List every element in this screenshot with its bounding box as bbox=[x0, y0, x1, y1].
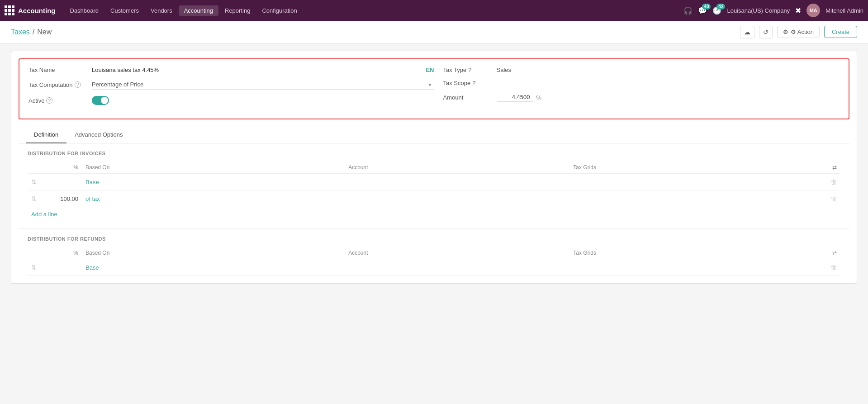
tax-computation-row: Tax Computation ? Fixed Percentage of Pr… bbox=[28, 80, 434, 90]
settings-icon-button[interactable]: ✖ bbox=[795, 6, 801, 15]
breadcrumb-separator: / bbox=[33, 28, 34, 36]
drag-handle-icon[interactable]: ⇅ bbox=[31, 195, 37, 202]
action-label: ⚙ Action bbox=[791, 29, 814, 35]
main-content: Tax Name Louisana sales tax 4.45% EN Tax… bbox=[0, 43, 868, 291]
action-button[interactable]: ⚙ ⚙ Action bbox=[777, 26, 820, 38]
topnav-right: 🎧 💬 40 🕐 42 Louisana(US) Company ✖ MA Mi… bbox=[683, 4, 863, 17]
tab-advanced-options[interactable]: Advanced Options bbox=[66, 127, 131, 143]
menu-dashboard[interactable]: Dashboard bbox=[65, 5, 104, 16]
row2-delete[interactable]: 🗑 bbox=[822, 190, 840, 207]
language-badge[interactable]: EN bbox=[426, 67, 434, 73]
refrow1-percent[interactable] bbox=[46, 259, 82, 276]
col-based-on: Based On bbox=[82, 247, 345, 259]
tab-definition-content: DISTRIBUTION FOR INVOICES % Based On Acc… bbox=[11, 143, 857, 283]
drag-handle-icon[interactable]: ⇅ bbox=[31, 264, 37, 271]
tax-scope-help-icon[interactable]: ? bbox=[472, 80, 475, 86]
tax-computation-label: Tax Computation ? bbox=[28, 81, 92, 88]
invoices-table-header-row: % Based On Account Tax Grids ⇄ bbox=[28, 162, 840, 174]
row1-delete[interactable]: 🗑 bbox=[822, 174, 840, 190]
table-row: ⇅ Base 🗑 bbox=[28, 259, 840, 276]
delete-icon[interactable]: 🗑 bbox=[830, 264, 837, 271]
top-menu: Dashboard Customers Vendors Accounting R… bbox=[65, 5, 684, 16]
create-button[interactable]: Create bbox=[824, 26, 857, 38]
refunds-section: DISTRIBUTION FOR REFUNDS % Based On Acco… bbox=[11, 229, 857, 283]
row2-percent[interactable]: 100.00 bbox=[46, 190, 82, 207]
filter-icon[interactable]: ⇄ bbox=[832, 250, 837, 256]
tax-computation-select-wrapper: Fixed Percentage of Price Percentage of … bbox=[92, 80, 434, 90]
breadcrumb-current: New bbox=[37, 28, 52, 36]
row2-tax-grids[interactable] bbox=[569, 190, 822, 207]
tax-type-label: Tax Type ? bbox=[443, 67, 493, 73]
col-drag bbox=[28, 162, 46, 174]
tax-form-header: Tax Name Louisana sales tax 4.45% EN Tax… bbox=[19, 58, 849, 119]
menu-reporting[interactable]: Reporting bbox=[219, 5, 256, 16]
refrow1-delete[interactable]: 🗑 bbox=[822, 259, 840, 276]
clock-button[interactable]: 🕐 42 bbox=[712, 6, 721, 15]
refrow1-tax-grids[interactable] bbox=[569, 259, 822, 276]
row1-account[interactable] bbox=[345, 174, 569, 190]
support-icon-button[interactable]: 🎧 bbox=[683, 6, 693, 15]
clock-badge: 42 bbox=[716, 4, 725, 10]
col-filter: ⇄ bbox=[822, 247, 840, 259]
table-row: ⇅ Base 🗑 bbox=[28, 174, 840, 190]
row1-percent[interactable] bbox=[46, 174, 82, 190]
upload-button[interactable]: ☁ bbox=[740, 26, 754, 38]
invoices-section: DISTRIBUTION FOR INVOICES % Based On Acc… bbox=[11, 143, 857, 228]
chat-badge: 40 bbox=[702, 4, 711, 10]
row2-account[interactable] bbox=[345, 190, 569, 207]
menu-accounting[interactable]: Accounting bbox=[179, 5, 218, 16]
tax-computation-help-icon[interactable]: ? bbox=[75, 81, 81, 88]
company-name: Louisana(US) Company bbox=[727, 7, 790, 14]
active-label: Active ? bbox=[28, 97, 92, 104]
row2-drag[interactable]: ⇅ bbox=[28, 190, 46, 207]
tax-computation-select[interactable]: Fixed Percentage of Price Percentage of … bbox=[92, 80, 434, 90]
amount-value[interactable]: 4.4500 bbox=[497, 93, 533, 102]
tax-name-row: Tax Name Louisana sales tax 4.45% EN bbox=[28, 67, 434, 73]
tax-scope-row: Tax Scope ? bbox=[443, 80, 840, 86]
col-percent: % bbox=[46, 162, 82, 174]
row1-tax-grids[interactable] bbox=[569, 174, 822, 190]
refrow1-drag[interactable]: ⇅ bbox=[28, 259, 46, 276]
row1-based-on[interactable]: Base bbox=[82, 174, 345, 190]
invoices-add-line[interactable]: Add a line bbox=[28, 207, 61, 221]
filter-icon[interactable]: ⇄ bbox=[832, 164, 837, 171]
app-name: Accounting bbox=[18, 7, 56, 14]
col-percent: % bbox=[46, 247, 82, 259]
row2-based-on[interactable]: of tax bbox=[82, 190, 345, 207]
col-tax-grids: Tax Grids bbox=[569, 162, 822, 174]
active-help-icon[interactable]: ? bbox=[46, 97, 52, 104]
col-account: Account bbox=[345, 247, 569, 259]
tax-name-value[interactable]: Louisana sales tax 4.45% bbox=[92, 67, 426, 73]
grid-icon bbox=[5, 5, 14, 15]
tax-type-help-icon[interactable]: ? bbox=[468, 67, 471, 73]
menu-customers[interactable]: Customers bbox=[105, 5, 144, 16]
amount-label: Amount bbox=[443, 94, 493, 101]
row1-drag[interactable]: ⇅ bbox=[28, 174, 46, 190]
delete-icon[interactable]: 🗑 bbox=[830, 195, 837, 202]
breadcrumb-parent[interactable]: Taxes bbox=[11, 28, 30, 36]
col-account: Account bbox=[345, 162, 569, 174]
amount-unit: % bbox=[536, 94, 542, 101]
tabs-bar: Definition Advanced Options bbox=[19, 127, 849, 143]
subheader-actions: ☁ ↺ ⚙ ⚙ Action Create bbox=[740, 26, 857, 38]
app-logo[interactable]: Accounting bbox=[5, 5, 56, 15]
col-based-on: Based On bbox=[82, 162, 345, 174]
tax-type-value[interactable]: Sales bbox=[497, 67, 512, 73]
active-toggle[interactable] bbox=[92, 96, 109, 105]
tax-type-row: Tax Type ? Sales bbox=[443, 67, 840, 73]
refrow1-based-on[interactable]: Base bbox=[82, 259, 345, 276]
breadcrumb: Taxes / New bbox=[11, 28, 52, 36]
delete-icon[interactable]: 🗑 bbox=[830, 178, 837, 185]
menu-configuration[interactable]: Configuration bbox=[256, 5, 302, 16]
refrow1-account[interactable] bbox=[345, 259, 569, 276]
refresh-button[interactable]: ↺ bbox=[759, 26, 773, 38]
tax-name-label: Tax Name bbox=[28, 67, 92, 73]
avatar[interactable]: MA bbox=[806, 4, 820, 17]
tab-definition[interactable]: Definition bbox=[26, 127, 66, 143]
tax-form-left: Tax Name Louisana sales tax 4.45% EN Tax… bbox=[28, 67, 434, 111]
chat-button[interactable]: 💬 40 bbox=[698, 6, 707, 15]
drag-handle-icon[interactable]: ⇅ bbox=[31, 178, 37, 185]
tax-scope-label: Tax Scope ? bbox=[443, 80, 493, 86]
table-row: ⇅ 100.00 of tax 🗑 bbox=[28, 190, 840, 207]
menu-vendors[interactable]: Vendors bbox=[145, 5, 178, 16]
